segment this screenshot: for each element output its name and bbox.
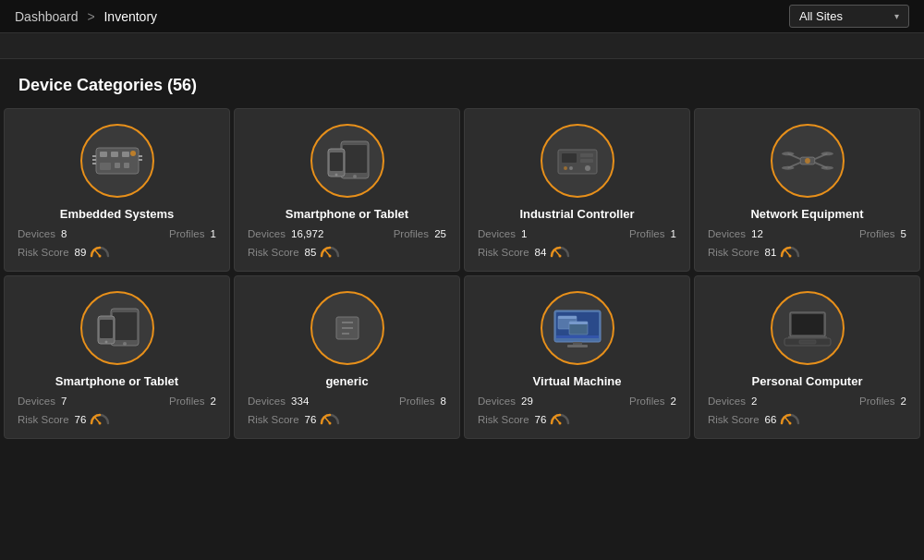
device-card-network-equipment[interactable]: Network Equipment Devices 12 Profiles 5 … [694, 108, 920, 272]
svg-point-40 [821, 166, 833, 170]
svg-rect-63 [569, 322, 588, 324]
svg-rect-45 [113, 312, 137, 340]
svg-rect-8 [92, 155, 96, 157]
svg-rect-12 [139, 159, 142, 161]
card-stats: Devices 12 Profiles 5 [708, 228, 906, 239]
svg-rect-24 [562, 153, 577, 163]
svg-line-51 [95, 418, 100, 423]
smartphone-icon [310, 124, 384, 198]
svg-point-38 [821, 152, 833, 155]
svg-point-41 [805, 158, 810, 164]
device-card-generic[interactable]: generic Devices 334 Profiles 8 Risk Scor… [234, 275, 460, 439]
svg-rect-16 [343, 145, 367, 173]
device-card-personal-computer[interactable]: Personal Computer Devices 2 Profiles 2 R… [694, 275, 920, 439]
card-title: Virtual Machine [533, 374, 622, 388]
card-title: Embedded Systems [60, 207, 175, 221]
risk-speedometer-icon [320, 412, 340, 427]
breadcrumb-current: Inventory [103, 9, 157, 24]
risk-speedometer-icon [90, 245, 110, 260]
risk-score-row: Risk Score 76 [478, 412, 676, 427]
virtual-icon [541, 291, 614, 365]
card-title: Smartphone or Tablet [286, 207, 408, 221]
site-selector-dropdown[interactable]: All Sites ▾ [789, 5, 909, 28]
device-card-smartphone-tablet-1[interactable]: Smartphone or Tablet Devices 16,972 Prof… [234, 108, 460, 272]
svg-line-75 [785, 418, 790, 423]
svg-point-49 [104, 341, 107, 344]
pc-icon [771, 291, 845, 365]
svg-point-39 [781, 166, 794, 170]
card-title: generic [325, 374, 368, 388]
device-card-embedded-systems[interactable]: Embedded Systems Devices 8 Profiles 1 Ri… [4, 108, 230, 272]
card-title: Network Equipment [750, 207, 863, 221]
risk-score-row: Risk Score 85 [248, 245, 446, 260]
svg-rect-48 [100, 320, 113, 338]
risk-speedometer-icon [550, 245, 570, 260]
card-title: Smartphone or Tablet [55, 374, 178, 388]
risk-speedometer-icon [90, 412, 110, 427]
risk-score-row: Risk Score 76 [248, 412, 446, 427]
svg-rect-5 [115, 163, 120, 168]
site-selector-label: All Sites [799, 9, 843, 23]
svg-point-7 [130, 151, 136, 156]
svg-rect-61 [558, 316, 577, 319]
svg-rect-10 [92, 163, 96, 164]
card-title: Personal Computer [752, 374, 863, 388]
risk-score-row: Risk Score 84 [478, 245, 676, 260]
card-stats: Devices 2 Profiles 2 [708, 396, 906, 407]
svg-rect-6 [124, 163, 129, 168]
svg-rect-1 [100, 152, 107, 157]
header: Dashboard > Inventory All Sites ▾ [0, 0, 924, 33]
device-categories-grid: Embedded Systems Devices 8 Profiles 1 Ri… [0, 108, 924, 443]
breadcrumb-separator: > [87, 9, 94, 24]
svg-rect-64 [556, 335, 599, 338]
generic-icon [310, 291, 384, 365]
risk-score-row: Risk Score 89 [18, 245, 216, 260]
risk-score-row: Risk Score 81 [708, 245, 906, 260]
svg-point-28 [564, 166, 567, 170]
risk-score-row: Risk Score 76 [18, 412, 216, 427]
card-stats: Devices 29 Profiles 2 [478, 396, 676, 407]
svg-rect-4 [100, 163, 111, 170]
embedded-icon [80, 124, 154, 198]
svg-rect-2 [111, 152, 118, 157]
svg-line-14 [95, 250, 100, 256]
card-stats: Devices 7 Profiles 2 [18, 396, 216, 407]
smartphone-icon [80, 291, 154, 365]
svg-point-46 [123, 342, 127, 346]
svg-rect-73 [799, 340, 816, 344]
svg-rect-9 [92, 159, 96, 161]
risk-speedometer-icon [550, 412, 570, 427]
sub-header-band [0, 33, 924, 59]
card-stats: Devices 16,972 Profiles 25 [248, 228, 446, 239]
svg-rect-66 [567, 345, 588, 347]
card-stats: Devices 1 Profiles 1 [478, 228, 676, 239]
card-title: Industrial Controller [519, 207, 634, 221]
svg-rect-3 [122, 152, 129, 157]
svg-point-20 [334, 174, 337, 177]
svg-line-22 [325, 250, 330, 256]
device-card-industrial-controller[interactable]: Industrial Controller Devices 1 Profiles… [464, 108, 690, 272]
svg-line-57 [325, 418, 330, 423]
risk-speedometer-icon [320, 245, 340, 260]
svg-line-31 [555, 250, 560, 256]
svg-line-68 [555, 418, 560, 423]
breadcrumb-home[interactable]: Dashboard [15, 9, 79, 24]
network-icon [771, 124, 845, 198]
svg-point-29 [569, 166, 573, 170]
svg-point-37 [781, 152, 794, 155]
device-card-smartphone-tablet-2[interactable]: Smartphone or Tablet Devices 7 Profiles … [4, 275, 230, 439]
industrial-icon [541, 124, 614, 198]
risk-score-row: Risk Score 66 [708, 412, 906, 427]
svg-rect-25 [580, 153, 593, 157]
card-stats: Devices 8 Profiles 1 [18, 228, 216, 239]
svg-point-27 [585, 165, 590, 171]
device-card-virtual-machine[interactable]: Virtual Machine Devices 29 Profiles 2 Ri… [464, 275, 690, 439]
chevron-down-icon: ▾ [894, 11, 899, 21]
section-title: Device Categories (56) [0, 59, 924, 108]
breadcrumb: Dashboard > Inventory [15, 9, 157, 24]
risk-speedometer-icon [780, 245, 800, 260]
svg-rect-11 [139, 155, 142, 157]
svg-rect-26 [580, 159, 593, 163]
card-stats: Devices 334 Profiles 8 [248, 396, 446, 407]
svg-rect-70 [792, 314, 823, 335]
